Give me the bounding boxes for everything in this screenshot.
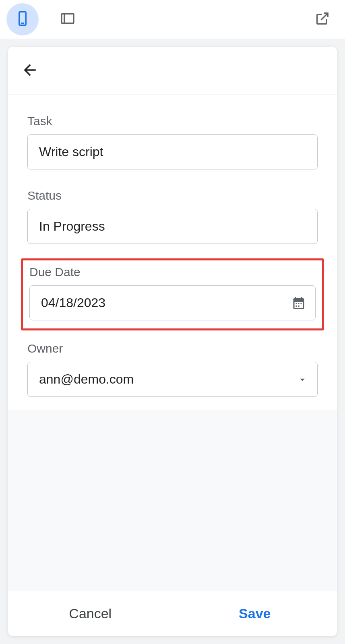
toolbar-left: [6, 3, 84, 35]
card-body: Task Status Due Date: [8, 95, 337, 410]
external-link-icon: [314, 10, 331, 28]
svg-rect-2: [62, 14, 74, 23]
mobile-icon: [14, 10, 31, 28]
card-footer: Cancel Save: [8, 591, 337, 636]
card-header: [8, 47, 337, 95]
due-date-label: Due Date: [29, 265, 316, 279]
device-toolbar: [0, 0, 345, 39]
owner-field-group: Owner: [27, 342, 318, 397]
tablet-view-button[interactable]: [52, 3, 84, 35]
due-date-input[interactable]: [29, 285, 316, 320]
owner-input-wrapper: [27, 362, 318, 397]
task-input[interactable]: [27, 134, 318, 169]
status-input[interactable]: [27, 209, 318, 244]
status-field-group: Status: [27, 189, 318, 244]
status-label: Status: [27, 189, 318, 202]
task-field-group: Task: [27, 114, 318, 169]
owner-select[interactable]: [27, 362, 318, 397]
form-card: Task Status Due Date: [8, 47, 337, 636]
back-button[interactable]: [21, 61, 39, 80]
workspace: Task Status Due Date: [0, 39, 345, 644]
cancel-button[interactable]: Cancel: [8, 591, 173, 636]
due-date-field-group: Due Date: [29, 265, 316, 320]
save-button[interactable]: Save: [173, 591, 337, 636]
tablet-icon: [60, 10, 76, 28]
due-date-highlight: Due Date: [21, 258, 324, 330]
owner-label: Owner: [27, 342, 318, 355]
svg-line-4: [321, 13, 328, 20]
card-spacer: [8, 410, 337, 591]
back-arrow-icon: [21, 61, 39, 80]
task-label: Task: [27, 114, 318, 128]
open-external-button[interactable]: [306, 3, 339, 35]
due-date-input-wrapper: [29, 285, 316, 320]
toolbar-right: [306, 3, 339, 35]
mobile-view-button[interactable]: [6, 3, 39, 35]
